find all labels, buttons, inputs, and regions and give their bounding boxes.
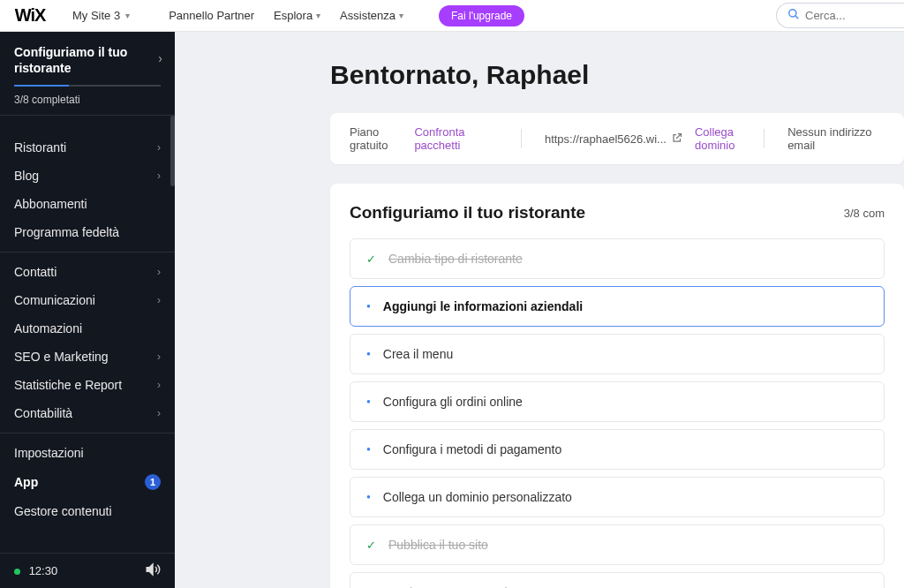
- chevron-right-icon: ›: [157, 294, 161, 306]
- volume-icon[interactable]: [145, 562, 161, 581]
- bullet-icon: ●: [366, 446, 371, 453]
- status-time[interactable]: 12:30: [14, 564, 57, 577]
- step-label: Aggiungi le informazioni aziendali: [383, 299, 583, 313]
- setup-step[interactable]: ✓Cambia tipo di ristorante: [350, 238, 885, 279]
- main-content: Bentornato, Raphael Piano gratuito Confr…: [175, 32, 904, 588]
- setup-step[interactable]: ●Configura i metodi di pagamento: [350, 429, 885, 470]
- bullet-icon: ●: [366, 303, 371, 310]
- connect-domain-link[interactable]: Collega dominio: [695, 125, 741, 152]
- bullet-icon: ●: [366, 398, 371, 405]
- setup-step[interactable]: ✓Pubblica il tuo sito: [350, 524, 885, 565]
- help-link[interactable]: Assistenza ▾: [340, 9, 403, 22]
- setup-progress-block[interactable]: Configuriamo il tuo ristorante › 3/8 com…: [0, 32, 175, 116]
- nav-contacts[interactable]: Contatti›: [0, 258, 175, 286]
- nav-app[interactable]: App 1: [0, 467, 175, 497]
- setup-title: Configuriamo il tuo ristorante: [14, 44, 161, 76]
- email-cell: Nessun indirizzo email: [787, 125, 885, 152]
- step-label: Configura gli ordini online: [383, 395, 523, 409]
- bullet-icon: ●: [366, 494, 371, 501]
- bullet-icon: ●: [366, 351, 371, 358]
- search-input[interactable]: [805, 9, 893, 22]
- url-cell: https://raphael5626.wi... Collega domini…: [545, 125, 741, 152]
- step-label: Cambia tipo di ristorante: [388, 252, 523, 266]
- step-label: Pubblica il tuo sito: [388, 538, 488, 552]
- svg-line-1: [795, 16, 799, 19]
- check-icon: ✓: [366, 539, 376, 552]
- setup-step[interactable]: ✓Fatti trovare su Google: [350, 572, 885, 588]
- wix-logo[interactable]: WiX: [0, 0, 60, 32]
- top-links: Pannello Partner Esplora ▾ Assistenza ▾ …: [169, 5, 524, 26]
- setup-step[interactable]: ●Crea il menu: [350, 334, 885, 374]
- setup-progress-label: 3/8 completati: [14, 94, 161, 106]
- nav-accounting[interactable]: Contabilità›: [0, 399, 175, 427]
- setup-step[interactable]: ●Configura gli ordini online: [350, 381, 885, 422]
- nav-stats-report[interactable]: Statistiche e Report›: [0, 371, 175, 399]
- search-icon: [787, 8, 800, 23]
- step-label: Crea il menu: [383, 347, 453, 361]
- svg-point-0: [789, 10, 796, 17]
- setup-step[interactable]: ●Collega un dominio personalizzato: [350, 477, 885, 517]
- external-link-icon[interactable]: [672, 132, 682, 146]
- sidebar: Configuriamo il tuo ristorante › 3/8 com…: [0, 32, 175, 588]
- progress-bar: [14, 85, 161, 87]
- chevron-down-icon: ▾: [125, 11, 130, 20]
- nav-settings[interactable]: Impostazioni: [0, 439, 175, 467]
- sidebar-footer: 12:30: [0, 553, 175, 588]
- chevron-right-icon: ›: [158, 51, 162, 65]
- chevron-down-icon: ▾: [316, 11, 320, 20]
- nav-subscriptions[interactable]: Abbonamenti: [0, 190, 175, 218]
- step-label: Configura i metodi di pagamento: [383, 442, 561, 456]
- nav-automations[interactable]: Automazioni: [0, 314, 175, 343]
- svg-marker-2: [147, 564, 153, 575]
- chevron-right-icon: ›: [157, 407, 161, 419]
- no-email-label: Nessun indirizzo email: [787, 125, 885, 152]
- nav-seo-marketing[interactable]: SEO e Marketing›: [0, 343, 175, 371]
- site-selector[interactable]: My Site 3 ▾: [60, 9, 142, 22]
- step-label: Collega un dominio personalizzato: [383, 490, 572, 504]
- nav-restaurants[interactable]: Ristoranti›: [0, 133, 175, 162]
- site-info-strip: Piano gratuito Confronta pacchetti https…: [330, 113, 904, 164]
- setup-card-title: Configuriamo il tuo ristorante: [350, 203, 585, 222]
- check-icon: ✓: [366, 253, 376, 266]
- app-badge: 1: [145, 474, 161, 490]
- compare-plans-link[interactable]: Confronta pacchetti: [414, 125, 498, 152]
- welcome-heading: Bentornato, Raphael: [330, 60, 904, 90]
- site-url: https://raphael5626.wi...: [545, 132, 667, 146]
- chevron-right-icon: ›: [157, 379, 161, 391]
- explore-link[interactable]: Esplora ▾: [274, 9, 320, 22]
- chevron-right-icon: ›: [157, 170, 161, 182]
- sidebar-nav: Ristoranti› Blog› Abbonamenti Programma …: [0, 116, 175, 553]
- nav-loyalty[interactable]: Programma fedeltà: [0, 218, 175, 246]
- search-box[interactable]: [776, 3, 904, 28]
- partner-panel-link[interactable]: Pannello Partner: [169, 9, 254, 22]
- chevron-right-icon: ›: [157, 266, 161, 278]
- chevron-right-icon: ›: [157, 141, 161, 154]
- setup-step[interactable]: ●Aggiungi le informazioni aziendali: [350, 286, 885, 327]
- nav-blog[interactable]: Blog›: [0, 162, 175, 190]
- top-bar: WiX My Site 3 ▾ Pannello Partner Esplora…: [0, 0, 904, 32]
- plan-label: Piano gratuito: [350, 125, 409, 152]
- status-dot-icon: [14, 569, 20, 575]
- chevron-down-icon: ▾: [399, 11, 403, 20]
- nav-communications[interactable]: Comunicazioni›: [0, 286, 175, 314]
- site-name: My Site 3: [72, 9, 120, 22]
- upgrade-button[interactable]: Fai l'upgrade: [439, 5, 524, 26]
- setup-steps-card: Configuriamo il tuo ristorante 3/8 com ✓…: [330, 184, 904, 588]
- plan-cell: Piano gratuito Confronta pacchetti: [350, 125, 498, 152]
- setup-card-count: 3/8 com: [844, 207, 885, 220]
- chevron-right-icon: ›: [157, 351, 161, 363]
